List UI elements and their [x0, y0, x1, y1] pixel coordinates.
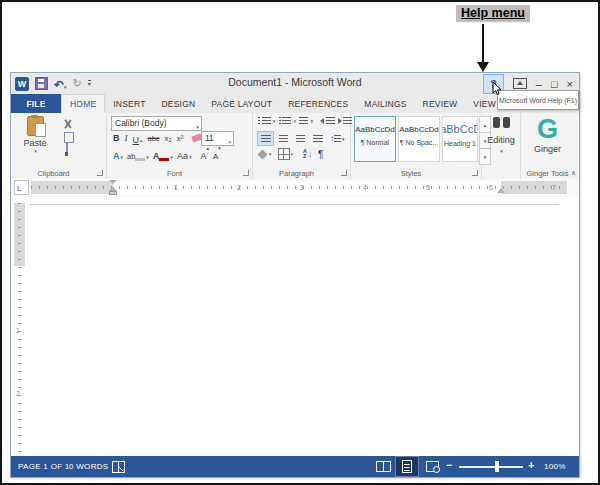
right-indent-marker[interactable] — [497, 188, 505, 193]
font-name-combo[interactable]: Calibri (Body)▾ — [111, 116, 202, 131]
bullets-button[interactable]: ▾ — [258, 117, 276, 124]
clipboard-dialog-launcher-icon[interactable] — [97, 170, 103, 176]
text-effects-button[interactable]: A▾ — [113, 145, 123, 163]
ruler-number: 7 — [552, 184, 556, 191]
zoom-slider-track[interactable] — [459, 466, 523, 468]
font-color-button[interactable]: A▾ — [153, 145, 173, 163]
ribbon-tab-row: FILE HOME INSERT DESIGN PAGE LAYOUT REFE… — [11, 94, 579, 113]
style-normal[interactable]: AaBbCcDd ¶ Normal — [354, 116, 396, 162]
shading-button[interactable]: ▾ — [259, 151, 272, 158]
ruler-number: 5 — [426, 184, 430, 191]
multilevel-list-button[interactable]: ▾ — [299, 117, 313, 124]
mouse-cursor-icon — [492, 82, 503, 96]
styles-dialog-launcher-icon[interactable] — [472, 170, 478, 176]
zoom-level[interactable]: 100% — [544, 462, 566, 471]
tab-review[interactable]: REVIEW — [415, 94, 466, 113]
tab-mailings[interactable]: MAILINGS — [356, 94, 414, 113]
tab-page-layout[interactable]: PAGE LAYOUT — [203, 94, 280, 113]
document-area: 1 2 — [11, 197, 579, 456]
align-center-button[interactable] — [276, 132, 291, 145]
change-case-button[interactable]: Aa▾ — [177, 145, 192, 163]
style-heading-1[interactable]: AaBbCcDd Heading 1 — [442, 116, 478, 162]
word-window: W ↶▾ ↻ ▾ Document1 - Microsoft Word ? – … — [10, 72, 580, 478]
word-count[interactable]: 0 WORDS — [69, 462, 108, 471]
paste-button[interactable]: Paste ▾ — [17, 116, 53, 164]
read-mode-button[interactable] — [371, 456, 395, 477]
tab-file[interactable]: FILE — [11, 94, 61, 113]
align-right-button[interactable] — [293, 132, 308, 145]
title-bar: W ↶▾ ↻ ▾ Document1 - Microsoft Word ? – … — [11, 73, 579, 94]
superscript-button[interactable]: x² — [177, 134, 184, 143]
borders-icon — [278, 148, 290, 160]
subscript-button[interactable]: x₂ — [165, 134, 172, 143]
help-tooltip: Microsoft Word Help (F1) — [497, 90, 579, 110]
tab-references[interactable]: REFERENCES — [280, 94, 356, 113]
highlight-color-bar — [135, 158, 145, 161]
page-count[interactable]: PAGE 1 OF 1 — [18, 462, 70, 471]
underline-dropdown-icon[interactable]: ▾ — [140, 138, 143, 144]
help-button[interactable]: ? — [483, 74, 504, 94]
horizontal-ruler[interactable]: 1 2 3 4 5 6 7 — [31, 181, 567, 194]
find-binoculars-icon — [493, 117, 510, 128]
styles-gallery: AaBbCcDd ¶ Normal AaBbCcDd ¶ No Spac... … — [354, 116, 491, 164]
first-line-indent-marker[interactable] — [109, 180, 117, 184]
left-indent-marker[interactable] — [109, 191, 117, 195]
ribbon: Paste ▾ Clipboard Calibri (Body)▾ 11▾ B … — [11, 113, 579, 180]
shading-icon — [258, 149, 268, 159]
tab-selector[interactable]: L — [14, 180, 29, 195]
paragraph-dialog-launcher-icon[interactable] — [341, 170, 347, 176]
collapse-ribbon-icon[interactable]: ∧ — [571, 169, 576, 177]
zoom-out-button[interactable]: − — [446, 459, 452, 471]
grow-font-button[interactable]: A▴ — [200, 145, 209, 163]
ribbon-display-options-icon[interactable] — [513, 78, 527, 89]
line-spacing-button[interactable]: ↕ ▾ — [330, 134, 345, 143]
increase-indent-button[interactable] — [338, 117, 353, 124]
font-group-label: Font — [107, 169, 242, 178]
vruler-number: 2 — [16, 390, 20, 397]
show-paragraph-marks-button[interactable]: ¶ — [318, 149, 323, 160]
strikethrough-button[interactable]: abc — [148, 134, 160, 143]
tab-design[interactable]: DESIGN — [154, 94, 204, 113]
vertical-ruler[interactable]: 1 2 — [14, 199, 25, 452]
annotation-arrow-head — [477, 62, 489, 72]
print-layout-button[interactable] — [395, 456, 419, 477]
borders-button[interactable]: ▾ — [278, 148, 294, 160]
shrink-font-button[interactable]: A▾ — [213, 145, 221, 163]
web-layout-button[interactable] — [420, 456, 444, 477]
clear-formatting-icon[interactable] — [192, 133, 203, 142]
read-mode-icon — [376, 461, 391, 472]
sort-button[interactable]: AZ ↓ — [303, 149, 312, 159]
document-page[interactable] — [29, 204, 559, 456]
ginger-button[interactable]: G Ginger — [521, 116, 574, 154]
editing-button[interactable]: Editing ▾ — [482, 117, 520, 154]
align-left-button[interactable] — [257, 131, 274, 146]
vruler-number: 1 — [16, 327, 20, 334]
bold-button[interactable]: B — [113, 133, 120, 143]
group-paragraph: ▾ ▾ ▾ ↕ ▾ ▾ ▾ AZ ↓ — [253, 113, 351, 179]
font-dialog-launcher-icon[interactable] — [243, 170, 249, 176]
zoom-in-button[interactable]: + — [528, 459, 534, 471]
zoom-slider-thumb[interactable] — [495, 461, 499, 472]
proofing-status-icon[interactable] — [112, 461, 125, 473]
paste-dropdown-icon[interactable]: ▾ — [34, 148, 37, 154]
web-layout-icon — [426, 461, 439, 472]
font-size-dropdown-icon[interactable]: ▾ — [228, 136, 231, 149]
editing-dropdown-icon[interactable]: ▾ — [500, 148, 503, 154]
group-clipboard: Paste ▾ Clipboard — [11, 113, 107, 179]
style-no-spacing[interactable]: AaBbCcDd ¶ No Spac... — [398, 116, 440, 162]
annotation-arrow — [482, 24, 484, 64]
numbering-button[interactable]: ▾ — [279, 117, 297, 124]
ruler-number: 2 — [237, 184, 241, 191]
tab-insert[interactable]: INSERT — [105, 94, 153, 113]
paste-clipboard-icon — [27, 116, 44, 136]
font-size-combo[interactable]: 11▾ — [201, 131, 234, 146]
tab-home[interactable]: HOME — [61, 94, 105, 113]
italic-button[interactable]: I — [125, 133, 128, 143]
ruler-row: L 1 2 3 4 5 6 7 — [11, 179, 579, 197]
copy-icon[interactable] — [66, 134, 68, 153]
justify-button[interactable] — [310, 132, 325, 145]
styles-group-label: Styles — [351, 169, 471, 178]
highlight-color-button[interactable]: ab▾ — [127, 145, 149, 163]
ginger-tools-group-label: Ginger Tools — [521, 169, 574, 178]
decrease-indent-button[interactable] — [320, 117, 335, 124]
